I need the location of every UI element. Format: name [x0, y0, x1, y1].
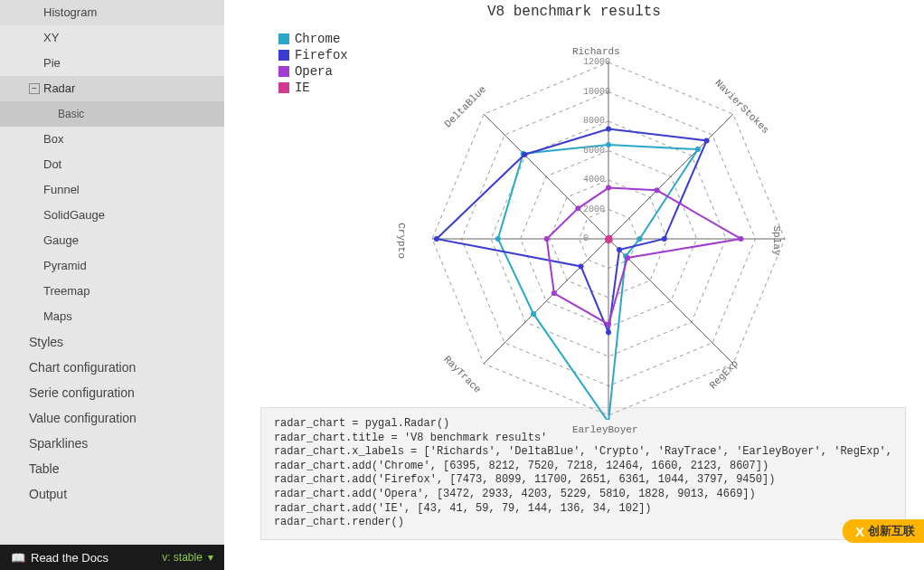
tick-label: 10000	[583, 87, 610, 97]
nav-item-output[interactable]: Output	[0, 481, 224, 507]
legend-label: IE	[295, 81, 310, 95]
svg-point-15	[606, 142, 611, 147]
svg-point-34	[655, 187, 660, 193]
svg-line-7	[608, 114, 733, 239]
svg-point-30	[434, 236, 439, 242]
legend-label: Firefox	[295, 48, 348, 62]
nav-item-funnel[interactable]: Funnel	[0, 177, 224, 203]
chart-area: V8 benchmark results ChromeFirefoxOperaI…	[224, 0, 924, 407]
nav-item-label: Basic	[58, 108, 84, 120]
svg-point-27	[617, 247, 622, 252]
legend-item-firefox[interactable]: Firefox	[278, 48, 348, 62]
nav-item-maps[interactable]: Maps	[0, 304, 224, 329]
nav-item-label: Radar	[43, 81, 75, 95]
legend-item-ie[interactable]: IE	[278, 81, 348, 95]
nav-item-label: XY	[43, 31, 59, 44]
axis-label-crypto: Crypto	[396, 223, 407, 259]
nav-item-sparklines[interactable]: Sparklines	[0, 431, 224, 456]
axis-label-richards: Richards	[572, 46, 620, 57]
legend-swatch	[278, 33, 289, 44]
legend: ChromeFirefoxOperaIE	[278, 32, 348, 97]
nav-item-label: Output	[29, 487, 67, 501]
nav-item-label: Chart configuration	[29, 360, 136, 375]
nav-item-label: Value configuration	[29, 411, 137, 425]
svg-point-17	[636, 236, 642, 242]
tick-label: 6000	[583, 146, 605, 156]
nav-item-label: Serie configuration	[29, 385, 135, 400]
svg-point-35	[738, 236, 743, 242]
rtd-version: v: stable	[162, 551, 203, 564]
nav-item-dot[interactable]: Dot	[0, 152, 224, 177]
rtd-bar[interactable]: 📖 Read the Docs v: stable ▾	[0, 545, 224, 570]
rtd-label: Read the Docs	[31, 551, 108, 565]
legend-label: Chrome	[295, 32, 340, 46]
collapse-icon[interactable]: −	[29, 83, 40, 94]
legend-label: Opera	[295, 64, 333, 79]
legend-swatch	[278, 82, 289, 93]
nav-item-radar[interactable]: −Radar	[0, 76, 224, 101]
nav-item-pyramid[interactable]: Pyramid	[0, 253, 224, 279]
legend-swatch	[278, 66, 289, 77]
svg-point-40	[575, 205, 580, 211]
nav-item-histogram[interactable]: Histogram	[0, 0, 224, 25]
watermark: X 创新互联	[843, 519, 924, 543]
nav-item-treemap[interactable]: Treemap	[0, 279, 224, 304]
nav-item-xy[interactable]: XY	[0, 25, 224, 51]
nav-item-gauge[interactable]: Gauge	[0, 228, 224, 253]
svg-point-49	[605, 236, 610, 242]
axis-label-earleyboyer: EarleyBoyer	[572, 424, 638, 435]
tick-label: 4000	[583, 175, 605, 185]
nav-item-value-configuration[interactable]: Value configuration	[0, 405, 224, 431]
legend-item-opera[interactable]: Opera	[278, 64, 348, 79]
axis-label-splay: Splay	[770, 225, 781, 255]
nav-item-basic[interactable]: Basic	[0, 101, 224, 127]
svg-point-37	[606, 321, 611, 327]
svg-point-25	[703, 138, 709, 143]
svg-line-11	[484, 239, 608, 364]
svg-marker-14	[498, 145, 698, 420]
tick-label: 2000	[583, 204, 605, 214]
tick-label: 8000	[583, 116, 605, 126]
tick-label: 0	[583, 233, 589, 243]
nav-item-label: Box	[43, 132, 63, 146]
svg-point-33	[606, 185, 611, 191]
logo-x-icon: X	[855, 524, 864, 539]
nav-item-label: Sparklines	[29, 436, 88, 451]
nav-item-serie-configuration[interactable]: Serie configuration	[0, 380, 224, 405]
nav-item-label: Styles	[29, 335, 63, 349]
nav-item-chart-configuration[interactable]: Chart configuration	[0, 355, 224, 380]
nav-item-label: Treemap	[43, 284, 90, 298]
nav-list: HistogramXYPie−RadarBasicBoxDotFunnelSol…	[0, 0, 224, 545]
svg-marker-23	[437, 129, 707, 333]
nav-item-box[interactable]: Box	[0, 127, 224, 152]
book-icon: 📖	[11, 551, 25, 565]
svg-point-36	[625, 255, 630, 261]
sidebar: HistogramXYPie−RadarBasicBoxDotFunnelSol…	[0, 0, 224, 570]
nav-item-solidgauge[interactable]: SolidGauge	[0, 203, 224, 228]
svg-point-38	[552, 290, 557, 296]
svg-point-26	[662, 236, 667, 242]
svg-point-16	[695, 147, 701, 152]
nav-item-label: Histogram	[43, 5, 97, 19]
nav-item-pie[interactable]: Pie	[0, 51, 224, 76]
nav-item-label: Pyramid	[43, 259, 87, 272]
nav-item-label: Dot	[43, 157, 61, 171]
nav-item-label: Maps	[43, 309, 72, 323]
caret-down-icon: ▾	[208, 551, 213, 564]
nav-item-label: Table	[29, 461, 59, 476]
nav-item-table[interactable]: Table	[0, 456, 224, 481]
legend-item-chrome[interactable]: Chrome	[278, 32, 348, 46]
nav-item-label: SolidGauge	[43, 208, 105, 222]
main-content: V8 benchmark results ChromeFirefoxOperaI…	[224, 0, 924, 570]
nav-item-label: Funnel	[43, 183, 80, 196]
watermark-text: 创新互联	[868, 523, 915, 539]
legend-swatch	[278, 50, 289, 61]
svg-point-20	[531, 311, 536, 317]
nav-item-label: Pie	[43, 56, 61, 70]
nav-item-styles[interactable]: Styles	[0, 329, 224, 355]
chart-title: V8 benchmark results	[242, 0, 906, 22]
svg-point-21	[495, 236, 501, 242]
tick-label: 12000	[583, 57, 610, 67]
svg-point-28	[606, 329, 611, 335]
svg-point-31	[522, 152, 527, 157]
